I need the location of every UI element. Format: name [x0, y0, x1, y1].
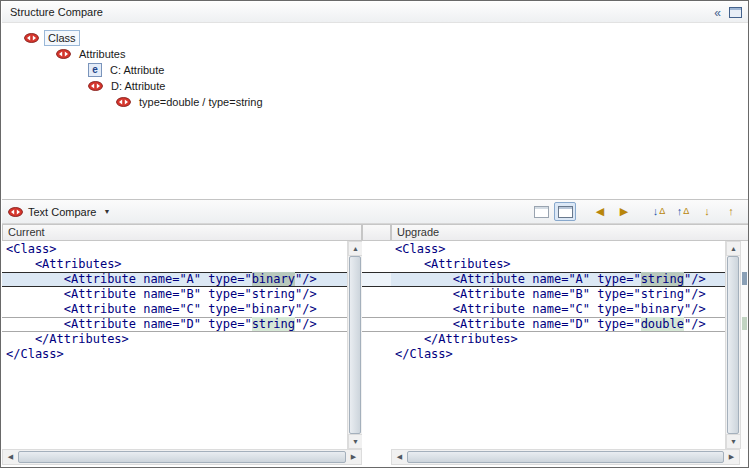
- change-conflict-icon: [88, 81, 103, 91]
- compare-editor-window: Structure Compare « Class Attributes e C…: [0, 0, 749, 468]
- collapse-pane-icon[interactable]: «: [714, 6, 721, 20]
- code-text: <Attributes>: [395, 257, 511, 271]
- structure-compare-tree: Class Attributes e C: Attribute D: Attri…: [2, 23, 748, 199]
- scroll-left-icon[interactable]: ◀: [392, 450, 407, 464]
- left-pane-header: Current: [2, 224, 362, 241]
- code-line[interactable]: </Class>: [2, 347, 347, 362]
- code-line[interactable]: <Attributes>: [391, 257, 725, 272]
- left-horizontal-scrollbar[interactable]: ◀ ▶: [2, 449, 362, 465]
- code-line[interactable]: </Attributes>: [391, 332, 725, 347]
- right-horizontal-scrollbar[interactable]: ◀ ▶: [391, 449, 740, 465]
- code-text: <Class>: [395, 242, 446, 256]
- scroll-right-icon[interactable]: ▶: [724, 450, 739, 464]
- tree-item-label: Class: [44, 30, 80, 46]
- overview-ruler[interactable]: [740, 241, 749, 449]
- arrow-down-icon: ↓: [704, 206, 710, 217]
- diff-connector-gutter: [362, 241, 391, 449]
- code-line[interactable]: <Attribute name="C" type="binary"/>: [2, 302, 347, 317]
- diff-connector-selected[interactable]: [362, 272, 391, 287]
- tree-item-c-attribute[interactable]: e C: Attribute: [88, 62, 167, 78]
- toolbar-separator: [578, 211, 587, 212]
- overview-diff-mark[interactable]: [742, 317, 747, 330]
- code-text: </Class>: [395, 347, 453, 361]
- code-line[interactable]: <Attribute name="B" type="string"/>: [2, 287, 347, 302]
- code-line-diff[interactable]: <Attribute name="D" type="string"/>: [2, 317, 347, 332]
- scrollbar-thumb[interactable]: [18, 451, 346, 463]
- overview-diff-mark[interactable]: [742, 272, 747, 285]
- copy-current-change-button[interactable]: ▶: [613, 202, 635, 221]
- diff-token: double: [641, 317, 684, 331]
- tree-item-attributes[interactable]: Attributes: [56, 46, 128, 62]
- code-text: </Attributes>: [395, 332, 518, 346]
- pane-icon: [534, 206, 549, 218]
- change-conflict-icon: [56, 49, 71, 59]
- diff-token: string: [252, 317, 295, 331]
- code-line-selected-diff[interactable]: <Attribute name="A" type="binary"/>: [2, 272, 347, 287]
- previous-change-button[interactable]: ↑: [720, 202, 742, 221]
- toolbar-separator: [637, 211, 646, 212]
- code-line[interactable]: <Attribute name="C" type="binary"/>: [391, 302, 725, 317]
- scroll-left-icon[interactable]: ◀: [3, 450, 18, 464]
- tree-item-class[interactable]: Class: [24, 30, 80, 46]
- code-line[interactable]: </Attributes>: [2, 332, 347, 347]
- view-menu-icon[interactable]: [729, 7, 742, 18]
- diff-token: string: [641, 272, 684, 286]
- arrow-down-icon: ↓: [653, 206, 659, 217]
- scrollbar-thumb[interactable]: [727, 256, 739, 434]
- scroll-down-icon[interactable]: ▼: [726, 434, 741, 449]
- diff-connector[interactable]: [362, 317, 391, 332]
- code-line-diff[interactable]: <Attribute name="D" type="double"/>: [391, 317, 725, 332]
- structure-compare-header: Structure Compare «: [2, 2, 748, 23]
- change-conflict-icon: [116, 97, 131, 107]
- code-text: "/>: [295, 272, 317, 286]
- right-vertical-scrollbar[interactable]: ▲ ▼: [725, 241, 740, 449]
- code-line-selected-diff[interactable]: <Attribute name="A" type="string"/>: [391, 272, 725, 287]
- next-difference-button[interactable]: ↓Δ: [648, 202, 670, 221]
- scroll-up-icon[interactable]: ▲: [726, 241, 741, 256]
- code-text: <Attribute name="A" type=": [6, 272, 252, 286]
- code-text: <Attribute name="B" type="string"/>: [6, 287, 317, 301]
- scrollbar-thumb[interactable]: [349, 256, 361, 434]
- scroll-right-icon[interactable]: ▶: [346, 450, 361, 464]
- tree-item-d-attribute[interactable]: D: Attribute: [88, 78, 168, 94]
- chevron-down-icon[interactable]: ▼: [103, 208, 110, 215]
- two-way-compare-button[interactable]: [554, 202, 576, 221]
- arrow-up-icon: ↑: [728, 206, 734, 217]
- ancestor-pane-button[interactable]: [530, 202, 552, 221]
- code-text: "/>: [684, 272, 706, 286]
- code-line[interactable]: <Class>: [391, 242, 725, 257]
- right-code-pane[interactable]: <Class> <Attributes> <Attribute name="A"…: [391, 241, 725, 449]
- code-text: "/>: [684, 317, 706, 331]
- previous-difference-button[interactable]: ↑Δ: [672, 202, 694, 221]
- scroll-up-icon[interactable]: ▲: [348, 241, 363, 256]
- code-line[interactable]: <Attributes>: [2, 257, 347, 272]
- left-vertical-scrollbar[interactable]: ▲ ▼: [347, 241, 362, 449]
- diff-token: binary: [252, 272, 295, 286]
- delta-icon: Δ: [659, 207, 665, 216]
- code-line[interactable]: <Attribute name="B" type="string"/>: [391, 287, 725, 302]
- structure-compare-title: Structure Compare: [10, 6, 103, 18]
- scroll-down-icon[interactable]: ▼: [348, 434, 363, 449]
- structure-compare-header-icons: «: [714, 4, 742, 21]
- scrollbar-thumb[interactable]: [407, 451, 724, 463]
- code-line[interactable]: </Class>: [391, 347, 725, 362]
- next-change-button[interactable]: ↓: [696, 202, 718, 221]
- code-text: <Attribute name="D" type=": [395, 317, 641, 331]
- code-text: <Attribute name="B" type="string"/>: [395, 287, 706, 301]
- text-compare-icon: [8, 207, 23, 217]
- left-code-pane[interactable]: <Class> <Attributes> <Attribute name="A"…: [2, 241, 347, 449]
- element-icon: e: [88, 63, 102, 77]
- change-conflict-icon: [24, 33, 39, 43]
- tree-item-label: Attributes: [76, 47, 128, 61]
- tree-item-type-change[interactable]: type=double / type=string: [116, 94, 266, 110]
- right-pane-header: Upgrade: [391, 224, 749, 241]
- code-text: <Attribute name="A" type=": [395, 272, 641, 286]
- delta-icon: Δ: [683, 207, 689, 216]
- right-pane-title: Upgrade: [397, 226, 439, 238]
- code-line[interactable]: <Class>: [2, 242, 347, 257]
- copy-all-changes-button[interactable]: ◀: [589, 202, 611, 221]
- text-compare-title: Text Compare: [28, 206, 96, 218]
- code-text: <Attribute name="D" type=": [6, 317, 252, 331]
- code-text: <Attribute name="C" type="binary"/>: [395, 302, 706, 316]
- code-text: "/>: [295, 317, 317, 331]
